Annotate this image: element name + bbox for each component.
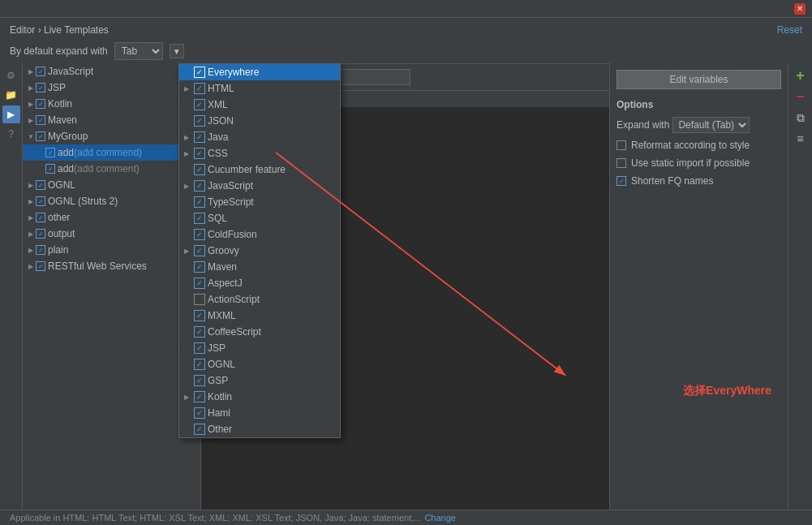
dropdown-label-kotlin: Kotlin — [208, 391, 232, 402]
dropdown-item-typescript[interactable]: ✓ TypeScript — [179, 194, 340, 210]
tree-label-mygroup: MyGroup — [48, 131, 88, 142]
tree-item-ognl[interactable]: ▶ ✓ OGNL — [23, 177, 200, 193]
dropdown-check-cucumber: ✓ — [194, 164, 205, 175]
dropdown-item-sql[interactable]: ✓ SQL — [179, 210, 340, 226]
dropdown-item-groovy[interactable]: ▶ ✓ Groovy — [179, 243, 340, 259]
tree-arrow-other: ▶ — [26, 213, 36, 222]
tree-item-ognlstruts[interactable]: ▶ ✓ OGNL (Struts 2) — [23, 193, 200, 209]
tree-check-plain[interactable]: ✓ — [36, 245, 45, 255]
tree-item-kotlin[interactable]: ▶ ✓ Kotlin — [23, 96, 200, 112]
tree-check-maven[interactable]: ✓ — [36, 115, 45, 125]
tree-label-kotlin: Kotlin — [48, 98, 72, 110]
dropdown-item-maven[interactable]: ✓ Maven — [179, 259, 340, 275]
status-text: Applicable in HTML: HTML Text; HTML: XSL… — [10, 513, 421, 523]
tree-item-jsp[interactable]: ▶ ✓ JSP — [23, 80, 200, 96]
dropdown-item-xml[interactable]: ✓ XML — [179, 97, 340, 113]
tree-item-plain[interactable]: ▶ ✓ plain — [23, 242, 200, 258]
tree-label-plain: plain — [48, 244, 68, 256]
dropdown-label-coldfusion: ColdFusion — [208, 229, 257, 240]
left-icon-help[interactable]: ? — [2, 125, 20, 143]
dropdown-item-haml[interactable]: ✓ Haml — [179, 405, 340, 421]
tree-item-javascript[interactable]: ▶ ✓ JavaScript — [23, 63, 200, 80]
dropdown-item-everywhere[interactable]: ✓ Everywhere — [179, 64, 340, 80]
edit-variables-button[interactable]: Edit variables — [617, 70, 781, 89]
tree-check-kotlin[interactable]: ✓ — [36, 99, 45, 109]
left-sidebar: ⚙ 📁 ▶ ? — [0, 63, 23, 510]
dropdown-check-coldfusion: ✓ — [194, 229, 205, 240]
add-template-button[interactable]: + — [792, 67, 810, 84]
dropdown-item-cucumber[interactable]: ✓ Cucumber feature — [179, 161, 340, 178]
dropdown-check-typescript: ✓ — [194, 196, 205, 208]
tree-arrow-kotlin: ▶ — [26, 99, 36, 109]
static-import-row: Use static import if possible — [617, 157, 781, 169]
dropdown-label-jsp: JSP — [208, 342, 226, 354]
tree-item-add2[interactable]: ✓ add (add comment) — [23, 161, 200, 177]
dropdown-item-javascript[interactable]: ▶ ✓ JavaScript — [179, 178, 340, 194]
dropdown-label-sql: SQL — [208, 213, 227, 224]
tree-item-add1[interactable]: ✓ add (add commend) — [23, 144, 200, 161]
tree-arrow-restful: ▶ — [26, 261, 36, 271]
tree-check-add1[interactable]: ✓ — [45, 148, 55, 157]
dropdown-item-css[interactable]: ▶ ✓ CSS — [179, 145, 340, 161]
tree-label-add1: add — [58, 147, 74, 158]
dropdown-label-everywhere: Everywhere — [208, 67, 259, 78]
dropdown-label-groovy: Groovy — [208, 245, 239, 256]
tree-item-mygroup[interactable]: ▼ ✓ MyGroup — [23, 128, 200, 144]
remove-template-button[interactable]: − — [792, 88, 810, 105]
dropdown-label-maven: Maven — [208, 261, 237, 273]
list-template-button[interactable]: ≡ — [792, 130, 810, 148]
copy-template-button[interactable]: ⧉ — [792, 109, 810, 127]
dropdown-item-aspectj[interactable]: ✓ AspectJ — [179, 275, 340, 291]
expand-with-select[interactable]: Default (Tab) — [672, 117, 750, 133]
dropdown-check-mxml: ✓ — [194, 310, 205, 321]
dropdown-item-java[interactable]: ▶ ✓ Java — [179, 129, 340, 145]
tree-check-add2[interactable]: ✓ — [45, 164, 55, 174]
dropdown-label-javascript: JavaScript — [208, 180, 253, 191]
dropdown-check-javascript: ✓ — [194, 180, 205, 191]
tree-check-output[interactable]: ✓ — [36, 229, 45, 239]
tree-label-add2-comment: (add comment) — [74, 163, 140, 174]
left-icon-settings[interactable]: ⚙ — [2, 67, 20, 84]
left-icon-active[interactable]: ▶ — [2, 105, 20, 123]
static-import-checkbox[interactable] — [617, 158, 626, 168]
reformat-checkbox[interactable] — [617, 140, 626, 150]
tree-item-other[interactable]: ▶ ✓ other — [23, 209, 200, 226]
tree-check-restful[interactable]: ✓ — [36, 261, 45, 271]
tree-arrow-ognl: ▶ — [26, 180, 36, 190]
expand-with-label: Expand with — [617, 119, 669, 131]
left-icon-clipboard[interactable]: 📁 — [2, 86, 20, 104]
dropdown-item-kotlin[interactable]: ▶ ✓ Kotlin — [179, 389, 340, 405]
dropdown-item-jsp[interactable]: ✓ JSP — [179, 340, 340, 356]
tree-check-other[interactable]: ✓ — [36, 213, 45, 222]
dropdown-check-ognl: ✓ — [194, 359, 205, 370]
expand-select[interactable]: Tab — [114, 42, 163, 60]
tree-check-ognlstruts[interactable]: ✓ — [36, 196, 45, 206]
dropdown-item-other[interactable]: ✓ Other — [179, 421, 340, 437]
dropdown-item-html[interactable]: ▶ ✓ HTML — [179, 80, 340, 97]
tree-item-maven[interactable]: ▶ ✓ Maven — [23, 112, 200, 128]
tree-check-ognl[interactable]: ✓ — [36, 180, 45, 190]
dropdown-item-gsp[interactable]: ✓ GSP — [179, 372, 340, 389]
dropdown-item-ognl[interactable]: ✓ OGNL — [179, 356, 340, 372]
close-button[interactable]: ✕ — [794, 3, 806, 15]
reformat-row: Reformat according to style — [617, 140, 781, 151]
dropdown-item-coffeescript[interactable]: ✓ CoffeeScript — [179, 324, 340, 340]
tree-check-mygroup[interactable]: ✓ — [36, 131, 45, 141]
change-link[interactable]: Change — [424, 513, 456, 523]
dropdown-item-actionscript[interactable]: ActionScript — [179, 291, 340, 308]
tree-item-output[interactable]: ▶ ✓ output — [23, 226, 200, 242]
dropdown-item-coldfusion[interactable]: ✓ ColdFusion — [179, 226, 340, 243]
dropdown-check-css: ✓ — [194, 148, 205, 159]
shorten-fq-checkbox[interactable]: ✓ — [617, 176, 626, 186]
dropdown-check-maven: ✓ — [194, 261, 205, 273]
reset-button[interactable]: Reset — [777, 24, 802, 36]
tree-check-javascript[interactable]: ✓ — [36, 67, 45, 76]
dropdown-item-json[interactable]: ✓ JSON — [179, 113, 340, 129]
expand-dropdown-button[interactable]: ▼ — [170, 44, 184, 58]
dropdown-check-groovy: ✓ — [194, 245, 205, 256]
tree-item-restful[interactable]: ▶ ✓ RESTful Web Services — [23, 258, 200, 274]
dropdown-item-mxml[interactable]: ✓ MXML — [179, 308, 340, 324]
dropdown-check-json: ✓ — [194, 115, 205, 127]
breadcrumb: Editor › Live Templates Reset — [0, 18, 812, 39]
tree-check-jsp[interactable]: ✓ — [36, 83, 45, 93]
